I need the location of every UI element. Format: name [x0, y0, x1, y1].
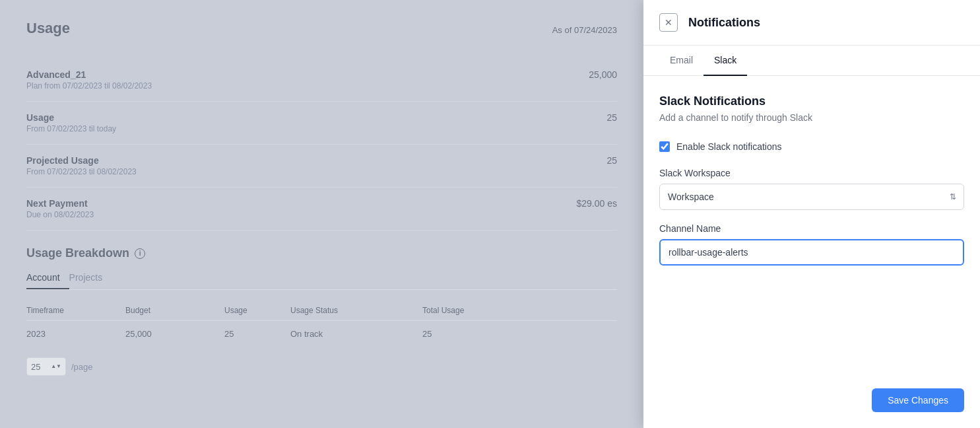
- breakdown-tabs: Account Projects: [26, 268, 617, 290]
- panel-body: Slack Notifications Add a channel to not…: [643, 76, 980, 378]
- page-title: Usage: [26, 20, 70, 37]
- channel-label: Channel Name: [659, 223, 964, 234]
- pagination: 25 ▲▼ /page: [26, 357, 617, 376]
- workspace-field-group: Slack Workspace Workspace ⇅: [659, 168, 964, 210]
- workspace-select-wrapper: Workspace ⇅: [659, 184, 964, 210]
- usage-row-next-payment: Next Payment Due on 08/02/2023 $29.00 es: [26, 188, 617, 231]
- tab-email[interactable]: Email: [659, 46, 703, 76]
- panel-header: ✕ Notifications: [643, 0, 980, 46]
- table-row: 2023 25,000 25 On track 25: [26, 321, 617, 347]
- per-page-input: 25 ▲▼: [26, 357, 66, 376]
- enable-slack-checkbox[interactable]: [659, 141, 670, 152]
- workspace-select[interactable]: Workspace: [659, 184, 964, 210]
- workspace-label: Slack Workspace: [659, 168, 964, 178]
- info-icon: i: [135, 248, 145, 259]
- channel-field-group: Channel Name: [659, 223, 964, 266]
- usage-row-usage: Usage From 07/02/2023 til today 25: [26, 102, 617, 145]
- breakdown-title: Usage Breakdown i: [26, 246, 617, 260]
- enable-slack-row: Enable Slack notifications: [659, 141, 964, 152]
- notifications-panel: ✕ Notifications Email Slack Slack Notifi…: [643, 0, 980, 428]
- panel-footer: Save Changes: [643, 378, 980, 428]
- close-icon: ✕: [665, 17, 672, 28]
- save-button[interactable]: Save Changes: [872, 388, 964, 412]
- tab-account: Account: [26, 268, 69, 289]
- tab-projects: Projects: [69, 268, 112, 289]
- slack-section-title: Slack Notifications: [659, 94, 964, 108]
- close-button[interactable]: ✕: [659, 13, 678, 32]
- background-content: Usage As of 07/24/2023 Advanced_21 Plan …: [0, 0, 643, 428]
- panel-title: Notifications: [688, 16, 760, 30]
- page-subtitle: As of 07/24/2023: [552, 25, 617, 35]
- enable-slack-label: Enable Slack notifications: [676, 141, 782, 152]
- usage-row-projected: Projected Usage From 07/02/2023 til 08/0…: [26, 145, 617, 188]
- usage-row-advanced: Advanced_21 Plan from 07/02/2023 til 08/…: [26, 59, 617, 102]
- per-page-label: /page: [71, 362, 93, 372]
- tab-slack[interactable]: Slack: [703, 46, 747, 76]
- usage-table: Timeframe Budget Usage Usage Status Tota…: [26, 301, 617, 347]
- table-header: Timeframe Budget Usage Usage Status Tota…: [26, 301, 617, 321]
- panel-tabs: Email Slack: [643, 46, 980, 76]
- channel-name-input[interactable]: [659, 239, 964, 266]
- slack-section-desc: Add a channel to notify through Slack: [659, 112, 964, 123]
